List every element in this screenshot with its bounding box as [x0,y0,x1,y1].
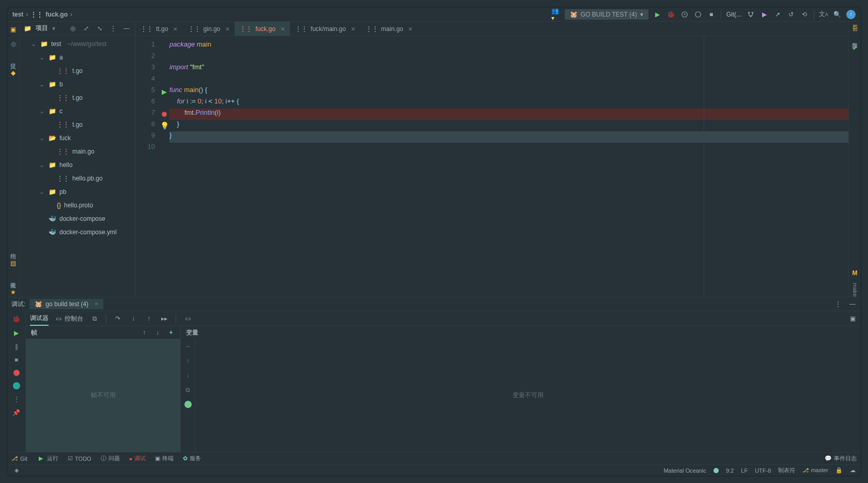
debug-config-tab[interactable]: 🐹 go build test (4) × [29,299,103,309]
tree-item[interactable]: ⋮⋮t.go [20,118,135,131]
pr-tool-icon[interactable]: ◆ [9,68,18,78]
git-tool[interactable]: ⎇Git [11,455,27,462]
sync-icon[interactable]: ☁ [850,467,856,474]
tree-item[interactable]: ⌄📁c [20,104,135,118]
breadcrumb-root[interactable]: test [12,11,23,18]
tree-item[interactable]: ⋮⋮t.go [20,64,135,78]
editor[interactable]: 12345678910 ▶💡 package mainimport "fmt"f… [135,36,848,297]
search-icon[interactable]: 🔍 [833,10,841,19]
editor-tab[interactable]: ⋮⋮fuck.go× [235,22,290,36]
events-log[interactable]: 💬事件日志 [825,455,857,462]
add-frame-icon[interactable]: + [167,328,175,337]
tab-console[interactable]: ▭控制台 [56,311,83,326]
theme-name[interactable]: Material Oceanic [663,467,706,474]
run-config-selector[interactable]: 🐹 GO BUILD TEST (4) ▾ [565,9,648,20]
tree-item[interactable]: ⌄📁hello [20,158,135,172]
lock-icon[interactable]: 🔒 [835,467,843,474]
evaluate-icon[interactable]: ▭ [183,314,192,323]
editor-tab[interactable]: ⋮⋮gin.go× [183,22,235,36]
todo-tool[interactable]: ☑TODO [68,455,91,462]
favorites-label[interactable]: 收藏夹 [9,273,18,282]
structure-label[interactable]: 结构 [9,244,18,253]
debug-bug-icon[interactable]: 🐞 [12,315,21,323]
branch-indicator[interactable]: ⎇ master [802,467,828,474]
terminal-tool[interactable]: ▣终端 [155,455,174,462]
vars-copy-icon[interactable]: ⧉ [185,386,190,394]
tree-item[interactable]: ⌄📁test~/www/go/test [20,37,135,51]
tree-item[interactable]: 🐳docker-compose [20,212,135,225]
avatar[interactable]: ↑ [846,10,856,19]
target-icon[interactable]: ◎ [69,24,77,33]
step-out-icon[interactable]: ↑ [145,314,153,323]
commit-icon[interactable]: ▶ [760,10,768,19]
tree-item[interactable]: 🐳docker-compose.yml [20,225,135,239]
collapse-icon[interactable]: ⤡ [96,24,104,33]
tree-item[interactable]: ⋮⋮main.go [20,145,135,158]
indent-type[interactable]: 制表符 [778,466,795,474]
layers-icon[interactable]: ◈ [12,466,21,475]
tree-item[interactable]: ⌄📁pb [20,185,135,199]
tree-item[interactable]: ⋮⋮t.go [20,91,135,104]
pause-icon[interactable]: ‖ [15,343,18,350]
line-ending[interactable]: LF [741,467,748,474]
breadcrumb-file[interactable]: fuck.go [45,11,68,18]
resume-icon[interactable]: ▶ [14,329,19,337]
debug-tool[interactable]: ●调试 [129,455,146,462]
vars-watch-icon[interactable] [184,401,192,408]
profiler-icon[interactable] [694,10,702,19]
problems-tool[interactable]: ⓘ问题 [101,455,120,462]
run-tool[interactable]: ▶运行 [37,455,58,463]
run-icon[interactable]: ▶ [654,10,662,19]
breakpoints-icon[interactable] [13,370,20,376]
code[interactable]: package mainimport "fmt"func main() { fo… [169,36,848,297]
gutter-marks[interactable]: ▶💡 [159,36,169,297]
tree-item[interactable]: ⌄📁b [20,78,135,91]
commit-tool-icon[interactable]: ◎ [9,39,18,49]
close-icon[interactable]: × [225,25,229,33]
close-icon[interactable]: × [408,25,412,33]
editor-tab[interactable]: ⋮⋮main.go× [361,22,418,36]
next-frame-icon[interactable]: ↓ [153,328,162,337]
tree-item[interactable]: ⌄📁a [20,51,135,64]
code-with-me-icon[interactable]: 👥▾ [551,10,560,19]
more-icon[interactable]: ⋮ [109,24,117,33]
project-tool-icon[interactable]: ▣ [9,25,18,34]
db-tool-icon[interactable]: 🗄 [852,25,858,32]
caret-position[interactable]: 9:2 [726,467,734,474]
step-into-icon[interactable]: ↓ [129,314,137,323]
run-to-cursor-icon[interactable]: ▸▸ [160,314,168,323]
branch-icon[interactable] [747,10,755,19]
tree-item[interactable]: ⌄📂fuck [20,131,135,145]
mute-bp-icon[interactable] [13,382,20,389]
vars-minus-icon[interactable]: − [186,343,190,350]
new-window-icon[interactable]: ⧉ [90,314,99,323]
encoding[interactable]: UTF-8 [755,467,771,474]
make-icon[interactable]: M [853,269,858,277]
services-tool[interactable]: ✿服务 [183,455,201,462]
expand-icon[interactable]: ⤢ [82,24,90,33]
close-icon[interactable]: × [281,25,285,33]
step-over-icon[interactable]: ↷ [114,314,122,323]
rollback-icon[interactable]: ⟲ [800,10,809,19]
close-icon[interactable]: × [351,25,355,33]
commit-label[interactable]: 提交 [9,54,18,63]
history-icon[interactable]: ↺ [787,10,795,19]
vars-up-icon[interactable]: ↑ [187,357,190,365]
close-icon[interactable]: × [95,300,98,308]
stop-icon[interactable]: ■ [707,10,716,19]
editor-tab[interactable]: ⋮⋮fuck/main.go× [290,22,360,36]
breadcrumb[interactable]: test › ⋮⋮ fuck.go › [12,11,72,18]
sidebar-title[interactable]: 项目 [36,24,48,33]
editor-tabs[interactable]: ⋮⋮tt.go×⋮⋮gin.go×⋮⋮fuck.go×⋮⋮fuck/main.g… [135,22,848,36]
more-actions-icon[interactable]: ⋮ [13,396,20,403]
minimize-icon[interactable]: — [848,300,857,308]
tab-debugger[interactable]: 调试器 [30,311,49,326]
push-icon[interactable]: ↗ [773,10,782,19]
running-icon[interactable] [680,10,689,19]
git-label[interactable]: Git(... [726,11,741,18]
translate-icon[interactable]: 文A [819,10,828,19]
project-tree[interactable]: ⌄📁test~/www/go/test⌄📁a⋮⋮t.go⌄📁b⋮⋮t.go⌄📁c… [20,35,135,297]
structure-tool-icon[interactable]: ▤ [9,259,18,268]
minimize-icon[interactable]: — [122,24,131,33]
debug-icon[interactable]: 🐞 [667,10,675,19]
